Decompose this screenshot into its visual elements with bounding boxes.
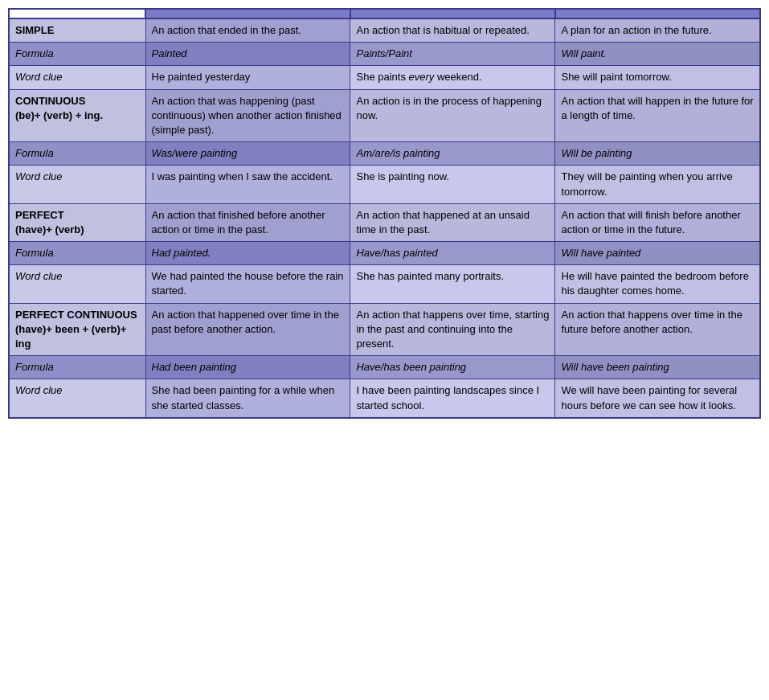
desc-row-continuous: CONTINUOUS(be)+ (verb) + ing.An action t… [9, 89, 760, 142]
formula-future-perfect: Will have painted [555, 242, 760, 265]
desc-row-simple: SIMPLEAn action that ended in the past.A… [9, 18, 760, 43]
wordclue-future-continuous: They will be painting when you arrive to… [555, 166, 760, 203]
formula-present-perfect-continuous: Have/has been painting [350, 356, 555, 379]
formula-label-perfect: Formula [9, 242, 145, 265]
wordclue-label-continuous: Word clue [9, 166, 145, 203]
formula-present-perfect: Have/has painted [350, 242, 555, 265]
formula-future-perfect-continuous: Will have been painting [555, 356, 760, 379]
wordclue-row-perfect: Word clueWe had painted the house before… [9, 265, 760, 303]
wordclue-row-perfect-continuous: Word clueShe had been painting for a whi… [9, 379, 760, 418]
desc-row-perfect: PERFECT(have)+ (verb)An action that fini… [9, 203, 760, 241]
wordclue-label-perfect-continuous: Word clue [9, 379, 145, 418]
desc-past-continuous: An action that was happening (past conti… [145, 89, 350, 142]
desc-past-simple: An action that ended in the past. [145, 18, 350, 43]
desc-row-perfect-continuous: PERFECT CONTINUOUS(have)+ been + (verb)+… [9, 303, 760, 356]
formula-future-continuous: Will be painting [555, 142, 760, 166]
wordclue-past-perfect: We had painted the house before the rain… [145, 265, 350, 303]
wordclue-row-continuous: Word clueI was painting when I saw the a… [9, 166, 760, 203]
formula-past-perfect-continuous: Had been painting [145, 356, 350, 379]
header-row [9, 9, 760, 18]
header-future [555, 9, 760, 18]
wordclue-present-continuous: She is painting now. [350, 166, 555, 203]
wordclue-present-perfect-continuous: I have been painting landscapes since I … [350, 379, 555, 418]
header-col0 [9, 9, 145, 18]
formula-row-perfect: FormulaHad painted.Have/has paintedWill … [9, 242, 760, 265]
header-present [350, 9, 555, 18]
formula-row-continuous: FormulaWas/were paintingAm/are/is painti… [9, 142, 760, 166]
formula-future-simple: Will paint. [555, 43, 760, 66]
desc-past-perfect: An action that finished before another a… [145, 203, 350, 241]
wordclue-label-simple: Word clue [9, 66, 145, 89]
desc-future-simple: A plan for an action in the future. [555, 18, 760, 43]
desc-present-perfect: An action that happened at an unsaid tim… [350, 203, 555, 241]
wordclue-past-perfect-continuous: She had been painting for a while when s… [145, 379, 350, 418]
formula-present-simple: Paints/Paint [350, 43, 555, 66]
category-perfect-continuous: PERFECT CONTINUOUS(have)+ been + (verb)+… [9, 303, 145, 356]
wordclue-present-simple: She paints every weekend. [350, 66, 555, 89]
desc-present-continuous: An action is in the process of happening… [350, 89, 555, 142]
category-perfect: PERFECT(have)+ (verb) [9, 203, 145, 241]
category-continuous: CONTINUOUS(be)+ (verb) + ing. [9, 89, 145, 142]
desc-past-perfect-continuous: An action that happened over time in the… [145, 303, 350, 356]
wordclue-future-perfect: He will have painted the bedroom before … [555, 265, 760, 303]
wordclue-future-simple: She will paint tomorrow. [555, 66, 760, 89]
header-past [145, 9, 350, 18]
wordclue-label-perfect: Word clue [9, 265, 145, 303]
desc-present-perfect-continuous: An action that happens over time, starti… [350, 303, 555, 356]
desc-future-perfect-continuous: An action that happens over time in the … [555, 303, 760, 356]
formula-row-perfect-continuous: FormulaHad been paintingHave/has been pa… [9, 356, 760, 379]
category-simple: SIMPLE [9, 18, 145, 43]
formula-label-simple: Formula [9, 43, 145, 66]
formula-past-continuous: Was/were painting [145, 142, 350, 166]
wordclue-past-simple: He painted yesterday [145, 66, 350, 89]
wordclue-row-simple: Word clueHe painted yesterdayShe paints … [9, 66, 760, 89]
desc-future-continuous: An action that will happen in the future… [555, 89, 760, 142]
formula-label-perfect-continuous: Formula [9, 356, 145, 379]
wordclue-present-perfect: She has painted many portraits. [350, 265, 555, 303]
desc-present-simple: An action that is habitual or repeated. [350, 18, 555, 43]
formula-row-simple: FormulaPaintedPaints/PaintWill paint. [9, 43, 760, 66]
formula-past-simple: Painted [145, 43, 350, 66]
wordclue-future-perfect-continuous: We will have been painting for several h… [555, 379, 760, 418]
formula-past-perfect: Had painted. [145, 242, 350, 265]
desc-future-perfect: An action that will finish before anothe… [555, 203, 760, 241]
formula-label-continuous: Formula [9, 142, 145, 166]
tense-table: SIMPLEAn action that ended in the past.A… [8, 8, 761, 419]
wordclue-past-continuous: I was painting when I saw the accident. [145, 166, 350, 203]
main-table-wrapper: SIMPLEAn action that ended in the past.A… [8, 8, 761, 419]
formula-present-continuous: Am/are/is painting [350, 142, 555, 166]
